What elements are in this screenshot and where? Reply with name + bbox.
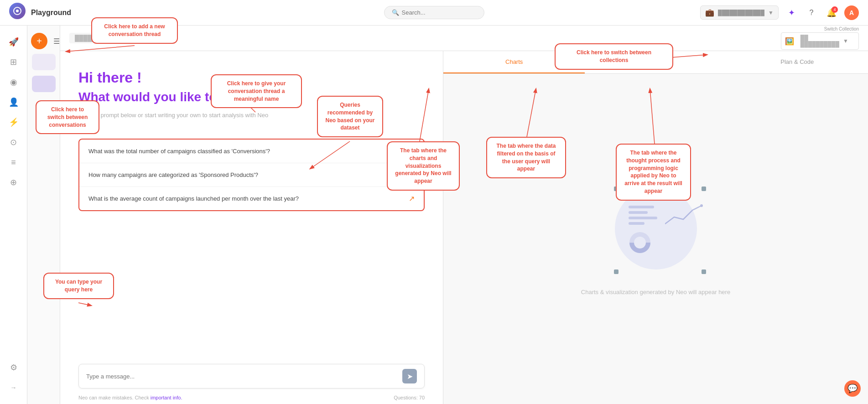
help-icon[interactable]: ?	[804, 5, 819, 20]
add-thread-button[interactable]: +	[31, 33, 47, 49]
send-icon: ➤	[407, 372, 413, 381]
query-item-1[interactable]: What was the total number of campaigns c…	[79, 140, 424, 163]
avatar[interactable]: A	[844, 5, 859, 20]
switch-collection-label: Switch Collection	[824, 26, 859, 31]
switch-collection-area: Switch Collection 🖼️ ██ ██████████ ▼	[781, 26, 859, 50]
chat-footer: Neo can make mistakes. Check important i…	[60, 392, 443, 404]
nav-bottom: ⚙	[5, 358, 23, 377]
plus-icon: +	[36, 36, 42, 47]
nav-item-node[interactable]: ⊙	[5, 133, 23, 151]
footer-disclaimer: Neo can make mistakes. Check important i…	[78, 395, 182, 400]
chart-line-graph	[665, 201, 706, 230]
workspace-name: ████████████	[718, 10, 764, 16]
right-tabs: Charts Raw Data Plan & Code	[443, 51, 868, 74]
left-panel: Hi there ! What would you like to know ?…	[60, 51, 443, 404]
resize-handle-tr	[702, 186, 706, 191]
collection-name: ██ ██████████	[800, 35, 839, 47]
sidebar: + ☰	[27, 26, 60, 404]
welcome-area: Hi there ! What would you like to know ?…	[60, 51, 443, 139]
chart-line-2	[629, 211, 648, 214]
footer-link[interactable]: important info.	[151, 395, 182, 400]
chart-donut	[629, 231, 651, 256]
menu-icon[interactable]: ☰	[49, 34, 64, 48]
nav-item-connector[interactable]: ⚡	[5, 113, 23, 131]
nav-item-playground[interactable]: 🚀	[5, 33, 23, 51]
greeting-text: Hi there !	[78, 69, 425, 86]
right-panel: Charts Raw Data Plan & Code	[443, 51, 868, 404]
tab-charts[interactable]: Charts	[443, 51, 585, 73]
main-layout: 🚀 ⊞ ◉ 👤 ⚡ ⊙ ≡ ⊕ ⚙ → + ☰	[0, 26, 868, 404]
notification-icon[interactable]: 🔔 4	[824, 5, 839, 20]
tab-raw-data[interactable]: Raw Data	[585, 51, 726, 73]
chart-line-4	[629, 222, 645, 225]
tab-plan-code[interactable]: Plan & Code	[727, 51, 868, 73]
main-content: ████████ ████████ Switch Collection 🖼️ █…	[60, 26, 868, 404]
chart-illustration	[606, 183, 706, 274]
nav-collapse-arrow[interactable]: →	[5, 378, 23, 397]
workspace-selector[interactable]: 💼 ████████████ ▼	[700, 5, 779, 20]
empty-chart-text: Charts & visualization generated by Neo …	[581, 289, 730, 295]
nav-item-people[interactable]: 👤	[5, 93, 23, 111]
resize-handle-br	[702, 269, 706, 274]
collection-dropdown[interactable]: 🖼️ ██ ██████████ ▼	[781, 32, 859, 50]
header-right: 💼 ████████████ ▼ ✦ ? 🔔 4 A	[700, 5, 859, 20]
page-title: Playground	[31, 9, 71, 17]
left-nav: 🚀 ⊞ ◉ 👤 ⚡ ⊙ ≡ ⊕ ⚙ →	[0, 26, 27, 404]
settings-icon[interactable]: ⚙	[5, 358, 23, 377]
svg-point-2	[700, 204, 703, 207]
search-input[interactable]	[402, 9, 475, 16]
app-logo	[9, 3, 26, 19]
resize-handle-tl	[614, 186, 619, 191]
nav-item-grid[interactable]: ⊞	[5, 53, 23, 71]
sidebar-controls: + ☰	[31, 33, 56, 49]
chart-line-3	[629, 217, 657, 219]
chat-input-wrapper: ➤	[78, 364, 425, 388]
main-question-text: What would you like to know ?	[78, 90, 425, 104]
thread-header: ████████ ████████ Switch Collection 🖼️ █…	[60, 26, 868, 51]
send-button[interactable]: ➤	[402, 369, 417, 383]
nav-item-graph[interactable]: ◉	[5, 73, 23, 91]
chart-inner	[624, 197, 706, 260]
query-text-2: How many campaigns are categorized as 'S…	[88, 171, 409, 178]
top-header: Playground 🔍 💼 ████████████ ▼ ✦ ? 🔔 4 A	[0, 0, 868, 26]
dropdown-chevron-icon: ▼	[843, 38, 855, 44]
query-arrow-2: ↗	[409, 171, 415, 179]
chart-line-1	[629, 206, 654, 208]
questions-count: Questions: 70	[394, 395, 425, 400]
chat-input[interactable]	[86, 373, 402, 380]
nav-item-list[interactable]: ≡	[5, 153, 23, 171]
search-bar[interactable]: 🔍	[384, 6, 484, 19]
notification-badge: 4	[832, 6, 838, 13]
split-view: Hi there ! What would you like to know ?…	[60, 51, 868, 404]
query-text-3: What is the average count of campaigns l…	[88, 195, 409, 202]
chat-support-button[interactable]: 💬	[844, 380, 861, 397]
search-icon: 🔍	[392, 9, 399, 16]
queries-box: What was the total number of campaigns c…	[78, 139, 425, 211]
right-panel-content: Charts & visualization generated by Neo …	[443, 74, 868, 404]
sparkle-icon[interactable]: ✦	[784, 5, 799, 20]
query-arrow-1: ↗	[409, 147, 415, 155]
query-text-1: What was the total number of campaigns c…	[88, 148, 409, 155]
chat-input-area: ➤	[60, 355, 443, 392]
conversation-thread-1[interactable]	[32, 54, 56, 70]
chart-list-lines	[629, 206, 660, 228]
query-item-3[interactable]: What is the average count of campaigns l…	[79, 187, 424, 210]
query-arrow-3: ↗	[409, 194, 415, 203]
conversation-thread-2[interactable]	[32, 76, 56, 92]
page-wrapper: Playground 🔍 💼 ████████████ ▼ ✦ ? 🔔 4 A …	[0, 0, 868, 404]
subtitle-text: Choose prompt below or start writing you…	[78, 112, 425, 119]
nav-item-add-circle[interactable]: ⊕	[5, 173, 23, 192]
resize-handle-bl	[614, 269, 619, 274]
query-item-2[interactable]: How many campaigns are categorized as 'S…	[79, 163, 424, 187]
svg-point-1	[16, 10, 19, 12]
thread-name-input[interactable]: ████████ ████████	[69, 33, 149, 43]
chevron-down-icon: ▼	[768, 10, 774, 16]
